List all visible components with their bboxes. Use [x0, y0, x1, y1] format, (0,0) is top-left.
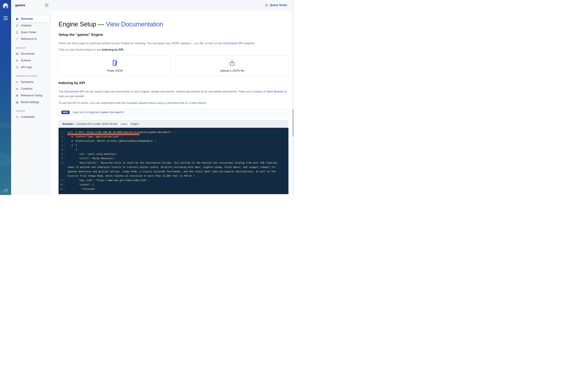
example-header-bar: Example — Using the API to index JSON in…	[58, 120, 288, 128]
upload-json-card[interactable]: Upload a JSON file	[176, 55, 289, 76]
engine-name: games	[15, 3, 25, 7]
see-api-paragraph: To see the API in action, you can experi…	[58, 101, 288, 105]
page-content: Engine Setup — View Documentation Setup …	[52, 10, 294, 194]
line-number: 5	[58, 147, 65, 152]
indexing-by-api-heading: Indexing by API	[58, 81, 288, 85]
line-number: 1	[58, 130, 65, 134]
code-line: 4 -d '[	[58, 143, 288, 147]
clock-icon	[15, 66, 19, 69]
sidebar-item-label: Query Tester	[21, 31, 36, 34]
line-number: 7	[58, 156, 65, 160]
code-line: 5 {	[58, 147, 288, 152]
nav-section-label-manage: MANAGE	[16, 47, 50, 49]
sidebar-nav: OverviewAnalyticsQuery TesterReference U…	[11, 15, 52, 120]
sidebar-item-overview[interactable]: Overview	[13, 15, 50, 22]
inline-code: POST	[209, 42, 214, 45]
sidebar-item-synonyms[interactable]: Synonyms	[13, 79, 50, 85]
chat-bubbles-icon[interactable]	[3, 188, 8, 193]
curl-example-code: 1curl -X POST 'http://192.168.50.10:3002…	[58, 128, 288, 194]
inline-link-documents-api[interactable]: Documents API	[223, 42, 243, 45]
code-line: 7 "title": "Rocky Mountain",	[58, 156, 288, 160]
key-icon	[15, 115, 19, 119]
sidebar-item-relevance-tuning[interactable]: Relevance Tuning	[13, 92, 50, 99]
choice-paragraph: Click on your choice below or see Indexi…	[58, 48, 288, 52]
sidebar-item-documents[interactable]: Documents	[13, 50, 50, 57]
line-number	[58, 174, 65, 178]
sidebar-item-label: Relevance Tuning	[21, 94, 42, 97]
endpoint-path: /api/as/v1/engines/games/documents	[72, 111, 124, 114]
sidebar-item-label: Documents	[21, 52, 35, 55]
inline-link-client-libraries[interactable]: client libraries	[266, 90, 284, 93]
page-title-text: Engine Setup —	[58, 21, 106, 28]
code-line: lakes to montane and subalpine forests t…	[58, 165, 288, 169]
engine-name-badge: games	[119, 122, 129, 126]
endpoint-row: POST /api/as/v1/engines/games/documents	[58, 109, 288, 115]
line-number	[58, 169, 65, 174]
code-line: igneous mountains and glacial valleys. L…	[58, 169, 288, 174]
sidebar-item-label: Analytics	[21, 24, 32, 27]
sidebar: games OverviewAnalyticsQuery TesterRefer…	[11, 0, 52, 195]
nav-section-label-search-settings: SEARCH SETTINGS	[16, 75, 50, 77]
paste-json-card[interactable]: Paste JSON	[58, 55, 171, 76]
curations-icon	[15, 87, 19, 91]
upload-json-icon	[228, 59, 236, 67]
sidebar-item-label: Curations	[21, 87, 32, 90]
line-number: 8	[58, 160, 65, 165]
wand-icon	[15, 38, 19, 41]
sidebar-item-label: Synonyms	[21, 81, 34, 84]
sidebar-item-label: API Logs	[21, 66, 32, 69]
line-number: 11	[58, 187, 65, 191]
example-description-tail: Engine	[131, 122, 139, 125]
analytics-icon	[15, 24, 19, 27]
result-settings-icon	[15, 101, 19, 104]
sidebar-header: games	[11, 0, 52, 10]
binoculars-icon	[15, 17, 19, 20]
line-number: 9	[58, 178, 65, 182]
scrollbar-track[interactable]	[292, 0, 294, 195]
enterprise-search-logo[interactable]	[2, 3, 9, 9]
setup-engine-heading: Setup the “games" Engine	[58, 32, 288, 37]
sidebar-item-api-logs[interactable]: API Logs	[13, 64, 50, 71]
paste-json-label: Paste JSON	[107, 69, 123, 72]
sidebar-item-query-tester[interactable]: Query Tester	[13, 29, 50, 36]
topbar: Query Tester	[52, 0, 294, 10]
line-number: 2	[58, 134, 65, 139]
paste-json-icon	[111, 59, 119, 67]
product-rail	[0, 0, 11, 195]
sidebar-item-analytics[interactable]: Analytics	[13, 22, 50, 29]
sidebar-item-credentials[interactable]: Credentials	[13, 114, 50, 120]
upload-json-label: Upload a JSON file	[220, 69, 244, 72]
code-line: historic Trail Ridge Road, which reaches…	[58, 174, 288, 178]
rail-decor-wave	[0, 123, 11, 160]
code-line: 6 "id": "park_rocky-mountain",	[58, 152, 288, 156]
query-tester-button[interactable]: Query Tester	[265, 3, 287, 7]
inline-bold: Indexing by API.	[102, 48, 124, 51]
http-method-badge: POST	[61, 111, 70, 114]
sidebar-item-schema[interactable]: Schema	[13, 57, 50, 64]
gear-icon	[15, 59, 19, 62]
documents-api-paragraph: The Documents API can be used to add new…	[58, 89, 288, 99]
code-line: 11 "Colorado"	[58, 187, 288, 191]
sidebar-item-label: Credentials	[21, 115, 35, 118]
code-line: 8 "description": "Bisected north to sout…	[58, 160, 288, 165]
beaker-icon	[15, 31, 19, 34]
view-documentation-link[interactable]: View Documentation	[106, 21, 163, 28]
cube-logo-icon	[3, 3, 8, 9]
sidebar-item-result-settings[interactable]: Result Settings	[13, 99, 50, 105]
example-label: Example	[62, 122, 73, 125]
line-number: 6	[58, 152, 65, 156]
scrollbar-thumb[interactable]	[292, 109, 294, 137]
page-title: Engine Setup — View Documentation	[58, 20, 288, 28]
code-line: 9 "nps_link": "https://www.nps.gov/romo/…	[58, 178, 288, 182]
sidebar-item-label: Result Settings	[21, 101, 39, 104]
inline-link-documents-api[interactable]: Documents API	[64, 90, 84, 93]
line-number: 3	[58, 139, 65, 143]
menu-hamburger-icon[interactable]	[3, 16, 8, 20]
indexing-choice-cards: Paste JSON Upload a JSON file	[58, 55, 288, 76]
sidebar-item-curations[interactable]: Curations	[13, 85, 50, 92]
query-tester-icon	[265, 3, 268, 7]
apps-grid-icon[interactable]	[45, 3, 49, 7]
sidebar-item-label: Schema	[21, 59, 31, 62]
sidebar-item-reference-ui[interactable]: Reference UI	[13, 36, 50, 42]
code-line: 10 "states": [	[58, 182, 288, 187]
